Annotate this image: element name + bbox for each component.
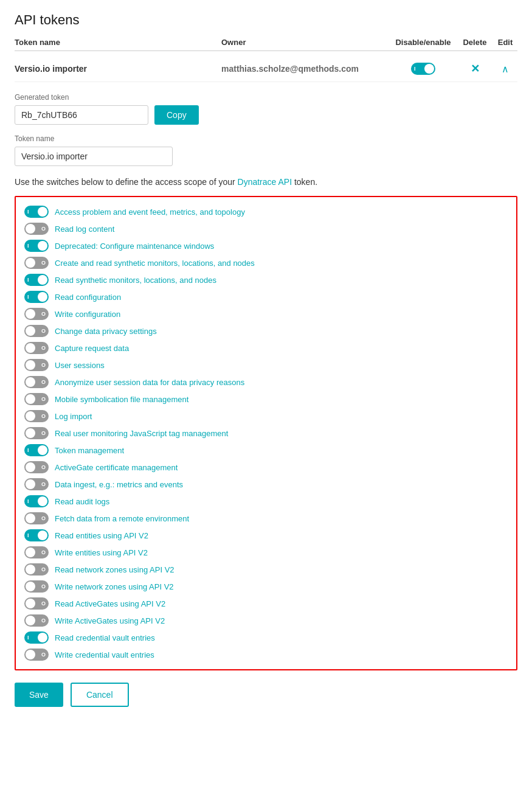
toggle-track-read-network-zones: O [24, 563, 49, 576]
scope-toggle-capture-request[interactable]: O [24, 342, 49, 354]
toggle-track-write-network-zones: O [24, 580, 49, 593]
scope-label-change-privacy: Change data privacy settings [55, 327, 157, 336]
scope-toggle-write-config[interactable]: O [24, 308, 49, 320]
scope-item-read-entities-v2: I Read entities using API V2 [24, 527, 508, 544]
scope-item-read-credential-vault: I Read credential vault entries [24, 629, 508, 646]
toggle-track-token-management: I [24, 444, 49, 456]
scope-toggle-create-synthetic[interactable]: O [24, 257, 49, 269]
toggle-track-write-activegates-v2: O [24, 614, 49, 627]
toggle-track-read-entities-v2: I [24, 529, 49, 541]
scope-link-anonymize-sessions[interactable]: data privacy [171, 378, 214, 387]
delete-button[interactable]: ✕ [471, 62, 480, 75]
scope-label-read-activegates-v2: Read ActiveGates using API V2 [55, 599, 165, 608]
scope-item-read-log: O Read log content [24, 220, 508, 237]
scope-label-write-entities-v2: Write entities using API V2 [55, 548, 148, 557]
scope-toggle-access-problem[interactable]: I [24, 206, 49, 218]
token-name-section: Token name [15, 134, 517, 176]
scope-item-capture-request: O Capture request data [24, 339, 508, 357]
scope-item-rum-js-tag: O Real user monitoring JavaScript tag ma… [24, 425, 508, 442]
toggle-thumb [424, 64, 434, 74]
token-name-input[interactable] [15, 147, 173, 166]
scope-label-create-synthetic: Create and read synthetic monitors, loca… [55, 259, 255, 268]
scope-label-read-synthetic: Read synthetic monitors, locations, and … [55, 276, 216, 285]
token-name-cell: Versio.io importer [15, 64, 221, 74]
scope-toggle-write-network-zones[interactable]: O [24, 580, 49, 593]
scope-label-activegate-cert: ActiveGate certificate management [55, 463, 178, 472]
scope-item-user-sessions: O User sessions [24, 357, 508, 374]
toggle-track-log-import: O [24, 410, 49, 422]
scope-item-anonymize-sessions: O Anonymize user session data for data p… [24, 374, 508, 391]
scope-toggle-write-activegates-v2[interactable]: O [24, 614, 49, 627]
toggle-track-fetch-remote: O [24, 512, 49, 524]
toggle-track-write-config: O [24, 308, 49, 320]
cancel-button[interactable]: Cancel [71, 683, 129, 707]
scope-toggle-deprecated-maintenance[interactable]: I [24, 240, 49, 252]
toggle-label-on: I [414, 66, 416, 72]
scope-toggle-user-sessions[interactable]: O [24, 359, 49, 371]
col-header-disable: Disable/enable [390, 38, 457, 47]
api-link[interactable]: Dynatrace API [238, 177, 292, 187]
scope-toggle-read-config[interactable]: I [24, 291, 49, 303]
col-header-token-name: Token name [15, 38, 221, 47]
scope-label-log-import: Log import [55, 412, 92, 421]
token-input-row: Copy [15, 105, 517, 125]
scope-item-read-synthetic: I Read synthetic monitors, locations, an… [24, 271, 508, 288]
scope-item-activegate-cert: O ActiveGate certificate management [24, 459, 508, 476]
scope-label-write-network-zones: Write network zones using API V2 [55, 582, 174, 591]
scope-toggle-write-entities-v2[interactable]: O [24, 546, 49, 558]
scope-label-deprecated-maintenance: Deprecated: Configure maintenance window… [55, 242, 214, 251]
table-header: Token name Owner Disable/enable Delete E… [15, 38, 517, 51]
scope-item-deprecated-maintenance: I Deprecated: Configure maintenance wind… [24, 237, 508, 254]
toggle-track-write-credential-vault: O [24, 649, 49, 661]
edit-cell[interactable]: ∧ [493, 63, 517, 75]
generated-token-input[interactable] [15, 105, 148, 125]
scope-toggle-read-log[interactable]: O [24, 223, 49, 235]
toggle-track-read-credential-vault: I [24, 631, 49, 644]
scope-description: Use the switches below to define the acc… [15, 176, 517, 189]
scope-item-write-activegates-v2: O Write ActiveGates using API V2 [24, 612, 508, 629]
scope-toggle-read-audit-logs[interactable]: I [24, 495, 49, 507]
delete-cell[interactable]: ✕ [457, 62, 493, 75]
scope-label-user-sessions: User sessions [55, 361, 105, 370]
scope-toggle-write-credential-vault[interactable]: O [24, 649, 49, 661]
scope-toggle-mobile-symbolication[interactable]: O [24, 393, 49, 405]
toggle-track-user-sessions: O [24, 359, 49, 371]
save-button[interactable]: Save [15, 683, 63, 707]
scope-item-read-activegates-v2: O Read ActiveGates using API V2 [24, 595, 508, 612]
scope-toggle-read-activegates-v2[interactable]: O [24, 597, 49, 610]
copy-button[interactable]: Copy [154, 105, 199, 125]
scope-toggle-read-entities-v2[interactable]: I [24, 529, 49, 541]
expand-button[interactable]: ∧ [502, 63, 509, 75]
col-header-delete: Delete [457, 38, 493, 47]
scope-item-access-problem: I Access problem and event feed, metrics… [24, 203, 508, 220]
scope-item-token-management: I Token management [24, 442, 508, 459]
scope-label-read-credential-vault: Read credential vault entries [55, 633, 155, 642]
scope-toggle-read-credential-vault[interactable]: I [24, 631, 49, 644]
scope-label-token-management: Token management [55, 446, 124, 455]
scope-toggle-read-network-zones[interactable]: O [24, 563, 49, 576]
toggle-track-data-ingest: O [24, 478, 49, 490]
scope-toggle-data-ingest[interactable]: O [24, 478, 49, 490]
scope-item-write-network-zones: O Write network zones using API V2 [24, 578, 508, 595]
scope-label-fetch-remote: Fetch data from a remote environment [55, 514, 189, 523]
generated-token-section: Generated token Copy [15, 93, 517, 125]
toggle-track-change-privacy: O [24, 325, 49, 337]
scope-toggle-token-management[interactable]: I [24, 444, 49, 456]
disable-toggle[interactable]: I [411, 63, 435, 75]
scope-item-mobile-symbolication: O Mobile symbolication file management [24, 391, 508, 408]
scope-item-change-privacy: O Change data privacy settings [24, 322, 508, 339]
scope-item-write-entities-v2: O Write entities using API V2 [24, 544, 508, 561]
token-name-label: Token name [15, 134, 517, 143]
scope-toggle-log-import[interactable]: O [24, 410, 49, 422]
scope-toggle-fetch-remote[interactable]: O [24, 512, 49, 524]
toggle-track-write-entities-v2: O [24, 546, 49, 558]
scope-toggle-rum-js-tag[interactable]: O [24, 427, 49, 439]
disable-toggle-cell[interactable]: I [390, 63, 457, 75]
scope-toggle-anonymize-sessions[interactable]: O [24, 376, 49, 388]
scope-toggle-activegate-cert[interactable]: O [24, 461, 49, 473]
generated-token-label: Generated token [15, 93, 517, 102]
scope-toggle-read-synthetic[interactable]: I [24, 274, 49, 286]
scope-toggle-change-privacy[interactable]: O [24, 325, 49, 337]
scope-label-read-audit-logs: Read audit logs [55, 497, 109, 506]
token-row: Versio.io importer matthias.scholze@qmet… [15, 56, 517, 82]
